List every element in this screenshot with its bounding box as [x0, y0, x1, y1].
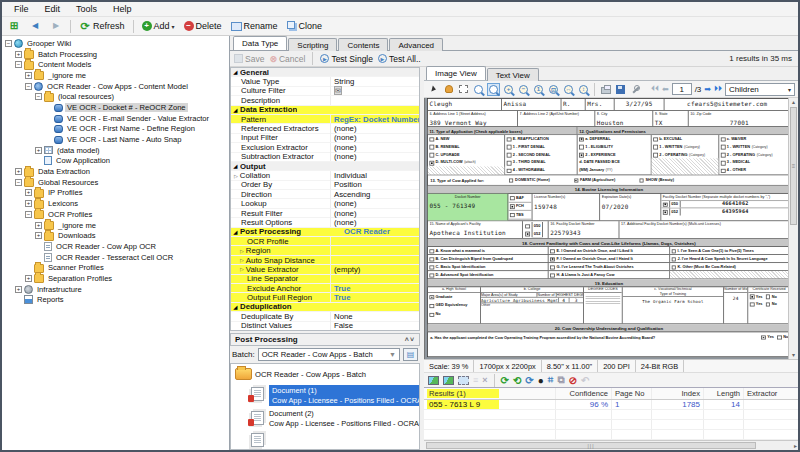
first-page-button[interactable]: ⏴⏴	[651, 84, 659, 94]
tree-item-ignore-me[interactable]: +_ignore me	[2, 220, 229, 231]
category-expander-icon[interactable]: ◢	[231, 229, 240, 235]
collapse-icon[interactable]: −	[5, 40, 12, 47]
last-page-button[interactable]: ⏵⏵	[714, 84, 722, 94]
tree-item-data-extraction[interactable]: +Data Extraction	[2, 166, 229, 177]
collapse-chevrons-icon[interactable]: ˄˅	[405, 336, 415, 343]
property-result-filter[interactable]: Result Filter(none)	[231, 209, 419, 218]
batch-root-folder[interactable]: OCR Reader - Cow Apps - Batch	[235, 366, 419, 382]
property-auto-snap-distance[interactable]: ▷Auto Snap Distance	[231, 256, 419, 265]
clone-button[interactable]: Clone	[284, 20, 326, 32]
property-exclusion-extractor[interactable]: Exclusion Extractor(none)	[231, 143, 419, 152]
collapse-icon[interactable]: −	[35, 93, 42, 100]
tree-item-ve-ocr-last-name-auto-snap[interactable]: VE OCR - Last Name - Auto Snap	[2, 134, 229, 145]
property-subtraction-extractor[interactable]: Subtraction Extractor(none)	[231, 153, 419, 162]
property-exclude-anchor[interactable]: Exclude AnchorTrue	[231, 284, 419, 293]
next-page-button[interactable]: ➡	[704, 85, 711, 94]
tab-scripting[interactable]: Scripting	[288, 38, 337, 51]
rename-button[interactable]: Rename	[228, 20, 281, 32]
crop-icon[interactable]: ⌗	[548, 374, 554, 386]
viewer-settings-button[interactable]	[629, 83, 642, 96]
result-row[interactable]: 055 - 7613 L 996 %1178514	[424, 400, 798, 410]
batch-document-1[interactable]: Document (1)Cow App - Licensee - Positio…	[249, 385, 419, 406]
zoom-region-button[interactable]	[487, 83, 500, 96]
viewer-vertical-scrollbar[interactable]: ▴≡▾	[788, 98, 798, 359]
levels-icon[interactable]: ≡	[473, 375, 478, 385]
property-culture-filter[interactable]: Culture Filter✉	[231, 87, 419, 96]
save-image-button[interactable]	[614, 83, 627, 96]
tree-item-ve-ocr-docket-reocr-zone[interactable]: VE OCR - Docket # - ReOCR Zone	[2, 102, 229, 113]
property-description[interactable]: Description	[231, 96, 419, 105]
image-icon[interactable]	[428, 376, 439, 385]
tab-image-view[interactable]: Image View	[426, 66, 486, 80]
property-line-separator[interactable]: Line Separator	[231, 275, 419, 284]
tab-contents[interactable]: Contents	[338, 38, 388, 51]
tree-item-downloads[interactable]: +Downloads	[2, 230, 229, 241]
property-direction[interactable]: DirectionAscending	[231, 190, 419, 199]
property-result-options[interactable]: Result Options(none)	[231, 218, 419, 227]
category-expander-icon[interactable]: ◢	[231, 107, 240, 113]
rotate-cw-icon[interactable]: ⟳	[501, 375, 509, 386]
expand-icon[interactable]: +	[35, 232, 42, 239]
tree-item-ocr-reader-cow-app-ocr[interactable]: OCR Reader - Cow App OCR	[2, 241, 229, 252]
tab-advanced[interactable]: Advanced	[389, 38, 443, 51]
expand-icon[interactable]: +	[15, 51, 22, 58]
app-grid-button[interactable]: ⊞	[5, 19, 23, 33]
expand-arrow-icon[interactable]: ▷	[240, 266, 244, 272]
tree-item-data-model[interactable]: +(data model)	[2, 145, 229, 156]
back-button[interactable]: ◀	[26, 19, 44, 33]
tree-item-cow-application[interactable]: Cow Application	[2, 156, 229, 167]
menu-file[interactable]: File	[6, 4, 37, 14]
property-collation[interactable]: ▷CollationIndividual	[231, 171, 419, 180]
undo-icon[interactable]: ↶	[581, 375, 589, 386]
tree-item-ocr-reader-cow-apps-content-model[interactable]: −OCR Reader - Cow Apps - Content Model	[2, 81, 229, 92]
property-data-extraction[interactable]: ◢Data Extraction	[231, 106, 419, 115]
refresh-image-icon[interactable]: ⟳	[525, 375, 533, 386]
property-lookup[interactable]: Lookup(none)	[231, 199, 419, 208]
delete-button[interactable]: −Delete	[181, 20, 225, 32]
cancel-button[interactable]: ⊗Cancel	[269, 54, 305, 64]
expand-icon[interactable]: +	[25, 72, 32, 79]
save-button[interactable]: Save	[234, 54, 264, 64]
despeckle-icon[interactable]: ●	[538, 375, 544, 386]
property-referenced-extractors[interactable]: Referenced Extractors(none)	[231, 124, 419, 133]
batch-document-partial[interactable]	[249, 431, 419, 447]
zoom-fit-height-button[interactable]: ↕	[577, 83, 590, 96]
property-order-by[interactable]: Order ByPosition	[231, 181, 419, 190]
menu-help[interactable]: Help	[105, 4, 140, 14]
expand-arrow-icon[interactable]: ▷	[234, 173, 238, 179]
property-output-full-region[interactable]: Output Full RegionTrue	[231, 293, 419, 302]
browse-batch-button[interactable]: ▤	[403, 348, 418, 361]
tree-item-local-resources[interactable]: −(local resources)	[2, 91, 229, 102]
property-value-extractor[interactable]: ▷Value Extractor(empty)	[231, 265, 419, 274]
tree-item-ve-ocr-e-mail-sender-value-extractor[interactable]: VE OCR - E-mail Sender - Value Extractor	[2, 113, 229, 124]
menu-edit[interactable]: Edit	[37, 4, 69, 14]
rotate-ccw-icon[interactable]: ⟲	[513, 375, 521, 386]
property-pattern[interactable]: PatternRegEx: Docket Number	[231, 115, 419, 124]
pan-tool-button[interactable]	[442, 83, 455, 96]
layers-icon[interactable]: ⧉	[557, 374, 564, 386]
property-ocr-profile[interactable]: OCR Profile	[231, 237, 419, 246]
expand-icon[interactable]: +	[25, 275, 32, 282]
property-output[interactable]: ◢Output	[231, 162, 419, 171]
tab-text-view[interactable]: Text View	[487, 68, 539, 81]
batch-document-2[interactable]: Document (2)Cow App - Licensee - Positio…	[249, 409, 419, 428]
tab-data-type[interactable]: Data Type	[233, 36, 287, 50]
category-expander-icon[interactable]: ◢	[231, 163, 240, 169]
batch-combobox[interactable]: OCR Reader - Cow Apps - Batch ▼	[258, 348, 400, 361]
collapse-icon[interactable]: −	[25, 83, 32, 90]
menu-tools[interactable]: Tools	[68, 4, 105, 14]
tree-item-ignore-me[interactable]: +_ignore me	[2, 70, 229, 81]
select-image-icon[interactable]	[458, 376, 469, 385]
collapse-icon[interactable]: −	[15, 179, 22, 186]
remove-icon[interactable]: ⊘	[569, 375, 577, 386]
expand-icon[interactable]: +	[25, 200, 32, 207]
tree-item-infrastructure[interactable]: +Infrastructure	[2, 284, 229, 295]
pointer-tool-button[interactable]	[427, 83, 440, 96]
post-processing-header[interactable]: Post Processing ˄˅	[230, 333, 420, 346]
results-horizontal-scrollbar[interactable]: ||| ▸	[424, 440, 798, 450]
category-expander-icon[interactable]: ◢	[231, 69, 240, 75]
property-distinct-values[interactable]: Distinct ValuesFalse	[231, 322, 419, 331]
print-button[interactable]	[599, 83, 612, 96]
tree-item-reports[interactable]: Reports	[2, 295, 229, 306]
property-value-type[interactable]: Value TypeString	[231, 77, 419, 86]
